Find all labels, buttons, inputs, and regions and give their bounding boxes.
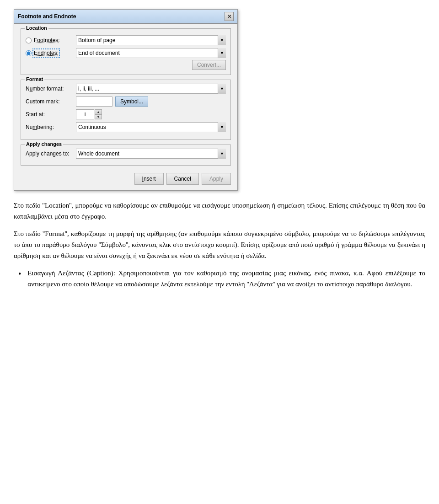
start-at-input[interactable]: [76, 109, 94, 119]
numbering-row: Numbering: Continuous ▼: [26, 122, 226, 132]
dialog-body: Location Footnotes: Bottom of page ▼: [14, 24, 237, 190]
format-group: Format Number format: i, ii, iii, ... ▼: [21, 80, 231, 140]
numbering-dropdown[interactable]: Continuous: [76, 122, 226, 132]
apply-button[interactable]: Apply: [202, 173, 231, 185]
dialog-title: Footnote and Endnote: [18, 13, 76, 20]
endnotes-dropdown-wrapper: End of document ▼: [76, 48, 226, 58]
bullet-text-1: Εισαγωγή Λεζάντας (Caption): Χρησιμοποιο…: [27, 268, 425, 290]
apply-changes-to-dropdown[interactable]: Whole document: [76, 149, 226, 159]
footnotes-radio-label[interactable]: Footnotes:: [26, 37, 76, 43]
custom-mark-input[interactable]: [76, 97, 112, 107]
apply-changes-group-label: Apply changes: [25, 141, 63, 147]
custom-mark-row: Custom mark: Symbol...: [26, 97, 226, 107]
footnotes-radio[interactable]: [26, 38, 32, 43]
spin-down-button[interactable]: ▼: [95, 114, 102, 119]
bullet-item-1: • Εισαγωγή Λεζάντας (Caption): Χρησιμοπο…: [14, 268, 425, 290]
dialog-buttons: Insert Cancel Apply: [21, 170, 231, 185]
apply-changes-to-label: Apply changes to:: [26, 150, 76, 157]
number-format-row: Number format: i, ii, iii, ... ▼: [26, 84, 226, 94]
paragraph-1: Στο πεδίο ''Location'', μπορούμε να καθο…: [14, 200, 425, 222]
footnotes-dropdown-wrapper: Bottom of page ▼: [76, 35, 226, 45]
endnotes-radio[interactable]: [26, 50, 32, 56]
convert-button[interactable]: Convert...: [192, 60, 226, 70]
bullet-icon: •: [18, 268, 21, 280]
endnotes-label: Endnotes:: [34, 50, 59, 56]
format-group-label: Format: [25, 76, 44, 82]
endnotes-dropdown[interactable]: End of document: [76, 48, 226, 58]
number-format-label: Number format:: [26, 86, 76, 92]
dialog-titlebar: Footnote and Endnote ✕: [14, 10, 237, 24]
location-group-label: Location: [25, 25, 48, 31]
numbering-wrapper: Continuous ▼: [76, 122, 226, 132]
paragraph-2: Στο πεδίο ''Format'', καθορίζουμε τη μορ…: [14, 228, 425, 261]
cancel-button[interactable]: Cancel: [166, 173, 199, 185]
number-format-wrapper: i, ii, iii, ... ▼: [76, 84, 226, 94]
apply-changes-row: Apply changes to: Whole document ▼: [26, 149, 226, 159]
start-at-wrapper: ▲ ▼: [76, 109, 102, 119]
endnotes-radio-label[interactable]: Endnotes:: [26, 50, 76, 56]
insert-label-rest: nsert: [144, 176, 156, 182]
endnotes-row: Endnotes: End of document ▼: [26, 48, 226, 58]
location-group: Location Footnotes: Bottom of page ▼: [21, 28, 231, 75]
text-content: Στο πεδίο ''Location'', μπορούμε να καθο…: [0, 195, 439, 305]
start-at-row: Start at: ▲ ▼: [26, 109, 226, 119]
convert-row: Convert...: [26, 60, 226, 70]
custom-mark-label: Custom mark:: [26, 98, 76, 105]
footnotes-label: Footnotes:: [34, 37, 60, 43]
start-at-label: Start at:: [26, 111, 76, 118]
footnotes-row: Footnotes: Bottom of page ▼: [26, 35, 226, 45]
dialog-wrapper: Footnote and Endnote ✕ Location Footnote…: [0, 0, 439, 195]
spin-buttons: ▲ ▼: [95, 109, 102, 119]
insert-button[interactable]: Insert: [134, 173, 164, 185]
close-button[interactable]: ✕: [225, 12, 234, 21]
footnotes-dropdown[interactable]: Bottom of page: [76, 35, 226, 45]
number-format-dropdown[interactable]: i, ii, iii, ...: [76, 84, 226, 94]
apply-changes-to-wrapper: Whole document ▼: [76, 149, 226, 159]
apply-changes-group: Apply changes Apply changes to: Whole do…: [21, 145, 231, 166]
symbol-button[interactable]: Symbol...: [115, 97, 148, 107]
footnote-endnote-dialog: Footnote and Endnote ✕ Location Footnote…: [14, 9, 238, 191]
numbering-label: Numbering:: [26, 124, 76, 130]
spin-up-button[interactable]: ▲: [95, 109, 102, 114]
